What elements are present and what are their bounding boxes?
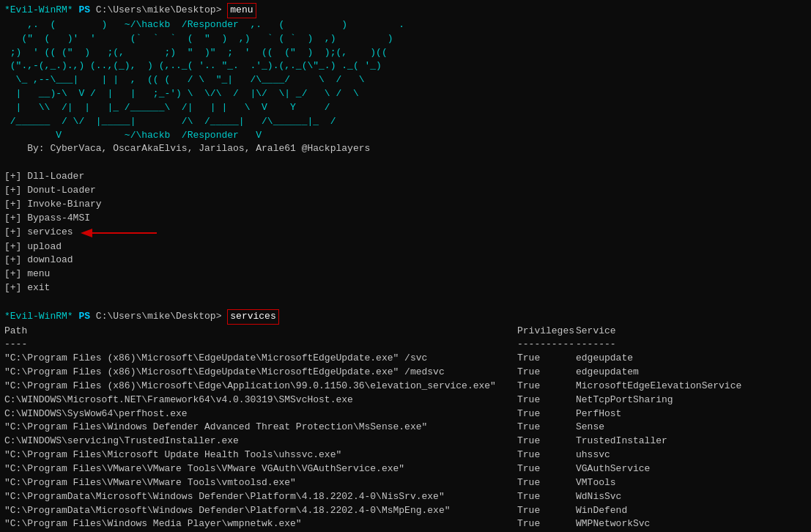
priv-cell: True: [517, 448, 576, 462]
ascii-line-1: ,. ( ) ~/\hackb /Responder ,. ( ) .: [4, 18, 807, 32]
svc-underline: -------: [576, 338, 616, 352]
menu-item-services-row: [+] services: [4, 226, 807, 240]
priv-underline: ----------: [517, 338, 576, 352]
menu-item-3: [+] Invoke-Binary: [4, 198, 807, 212]
table-row: "C:\ProgramData\Microsoft\Windows Defend…: [4, 504, 807, 518]
menu-item-8: [+] menu: [4, 267, 807, 281]
service-cell: edgeupdatem: [576, 366, 639, 380]
prompt-line-2: *Evil-WinRM* PS C:\Users\mike\Desktop> s…: [4, 309, 807, 325]
ascii-line-2: (" ( )' ' (` ` ` ( " ) ,) ` ( ` ) ,) ): [4, 32, 807, 46]
menu-item-7: [+] download: [4, 254, 807, 267]
path-cell: "C:\Program Files (x86)\Microsoft\EdgeUp…: [4, 366, 517, 380]
priv-cell: True: [517, 421, 576, 435]
ps-label: PS: [73, 4, 96, 15]
terminal-window: *Evil-WinRM* PS C:\Users\mike\Desktop> m…: [0, 0, 811, 532]
service-header: Service: [576, 325, 616, 339]
ps-label-2: PS: [73, 311, 96, 322]
ascii-line-7: | \\ /| | |_ /______\ /| | | \ V Y /: [4, 101, 807, 115]
priv-cell: True: [517, 476, 576, 490]
ascii-line-9: V ~/\hackb /Responder V: [4, 129, 807, 143]
priv-cell: True: [517, 380, 576, 394]
path-cell: "C:\Program Files\VMware\VMware Tools\vm…: [4, 476, 517, 490]
table-row: "C:\Program Files (x86)\Microsoft\EdgeUp…: [4, 366, 807, 380]
menu-item-1: [+] Dll-Loader: [4, 170, 807, 184]
service-cell: uhssvc: [576, 448, 610, 462]
priv-cell: True: [517, 366, 576, 380]
service-cell: NetTcpPortSharing: [576, 394, 673, 407]
path-underline: ----: [4, 338, 517, 352]
ascii-line-6: | __)-\ V / | | ;_-') \ \/\ / |\/ \| _/ …: [4, 87, 807, 101]
priv-cell: True: [517, 490, 576, 504]
service-cell: edgeupdate: [576, 352, 633, 366]
menu-item-5: [+] services: [4, 226, 73, 240]
path-cell: C:\WINDOWS\Microsoft.NET\Framework64\v4.…: [4, 394, 517, 407]
evil-winrm-label: *Evil-WinRM*: [4, 4, 73, 15]
cmd2-text: services: [230, 311, 275, 322]
ascii-line-4: (".,-(,_.).,) (..,(_), ) (,.._( '.. "_. …: [4, 59, 807, 73]
priv-cell: True: [517, 435, 576, 448]
service-cell: VMTools: [576, 476, 616, 490]
path-cell: "C:\Program Files\Windows Defender Advan…: [4, 421, 517, 435]
ascii-line-8: /______ / \/ |_____| /\ /_____| /\______…: [4, 115, 807, 129]
table-row: "C:\Program Files\Windows Defender Advan…: [4, 421, 807, 435]
path-cell: C:\WINDOWS\SysWow64\perfhost.exe: [4, 407, 517, 421]
menu-item-9: [+] exit: [4, 281, 807, 295]
table-row: "C:\Program Files\VMware\VMware Tools\vm…: [4, 476, 807, 490]
blank-1: [4, 156, 807, 170]
priv-cell: True: [517, 407, 576, 421]
path-cell: "C:\ProgramData\Microsoft\Windows Defend…: [4, 504, 517, 518]
prompt-line-1: *Evil-WinRM* PS C:\Users\mike\Desktop> m…: [4, 3, 807, 18]
table-row: C:\WINDOWS\servicing\TrustedInstaller.ex…: [4, 435, 807, 448]
service-cell: PerfHost: [576, 407, 621, 421]
table-row: C:\WINDOWS\Microsoft.NET\Framework64\v4.…: [4, 394, 807, 407]
path-header: Path: [4, 325, 517, 339]
table-row: "C:\Program Files\Microsoft Update Healt…: [4, 448, 807, 462]
priv-cell: True: [517, 352, 576, 366]
table-row: "C:\Program Files (x86)\Microsoft\Edge\A…: [4, 380, 807, 394]
byline: By: CyberVaca, OscarAkaElvis, Jarilaos, …: [4, 142, 807, 156]
cmd2-box: services: [227, 309, 278, 325]
service-cell: WdNisSvc: [576, 490, 621, 504]
services-table: "C:\Program Files (x86)\Microsoft\EdgeUp…: [4, 352, 807, 531]
table-row: "C:\ProgramData\Microsoft\Windows Defend…: [4, 490, 807, 504]
path-cell: "C:\ProgramData\Microsoft\Windows Defend…: [4, 490, 517, 504]
table-row: C:\WINDOWS\SysWow64\perfhost.exeTruePerf…: [4, 407, 807, 421]
path-cell: "C:\Program Files\Windows Media Player\w…: [4, 517, 517, 531]
service-cell: WinDefend: [576, 504, 627, 518]
path-cell: "C:\Program Files\Microsoft Update Healt…: [4, 448, 517, 462]
service-cell: MicrosoftEdgeElevationService: [576, 380, 741, 394]
service-cell: WMPNetworkSvc: [576, 517, 650, 531]
table-underline-row: ---- ---------- -------: [4, 338, 807, 352]
blank-2: [4, 295, 807, 309]
cwd-2: C:\Users\mike\Desktop>: [96, 311, 222, 322]
table-row: "C:\Program Files\VMware\VMware Tools\VM…: [4, 462, 807, 476]
cmd1-box: menu: [227, 3, 256, 18]
service-cell: TrustedInstaller: [576, 435, 667, 448]
ascii-line-5: \_ ,--\___| | | , (( ( / \ "_| /\____/ \…: [4, 73, 807, 87]
table-row: "C:\Program Files\Windows Media Player\w…: [4, 517, 807, 531]
priv-cell: True: [517, 517, 576, 531]
cmd1-text: menu: [230, 4, 253, 15]
path-cell: "C:\Program Files (x86)\Microsoft\EdgeUp…: [4, 352, 517, 366]
table-header-row: Path Privileges Service: [4, 325, 807, 339]
evil-winrm-label-2: *Evil-WinRM*: [4, 311, 73, 322]
priv-cell: True: [517, 504, 576, 518]
path-cell: "C:\Program Files\VMware\VMware Tools\VM…: [4, 462, 517, 476]
menu-item-6: [+] upload: [4, 240, 807, 254]
service-cell: Sense: [576, 421, 604, 435]
path-cell: "C:\Program Files (x86)\Microsoft\Edge\A…: [4, 380, 517, 394]
path-cell: C:\WINDOWS\servicing\TrustedInstaller.ex…: [4, 435, 517, 448]
ascii-line-3: ;) ' (( (" ) ;(, ;) " )" ; ' (( (" ) );(…: [4, 46, 807, 60]
service-cell: VGAuthService: [576, 462, 650, 476]
arrow-svg: [76, 226, 164, 240]
priv-cell: True: [517, 394, 576, 407]
red-arrow-indicator: [76, 226, 164, 240]
menu-item-2: [+] Donut-Loader: [4, 184, 807, 198]
privileges-header: Privileges: [517, 325, 576, 339]
menu-item-4: [+] Bypass-4MSI: [4, 212, 807, 226]
cwd-1: C:\Users\mike\Desktop>: [96, 4, 222, 15]
priv-cell: True: [517, 462, 576, 476]
table-row: "C:\Program Files (x86)\Microsoft\EdgeUp…: [4, 352, 807, 366]
